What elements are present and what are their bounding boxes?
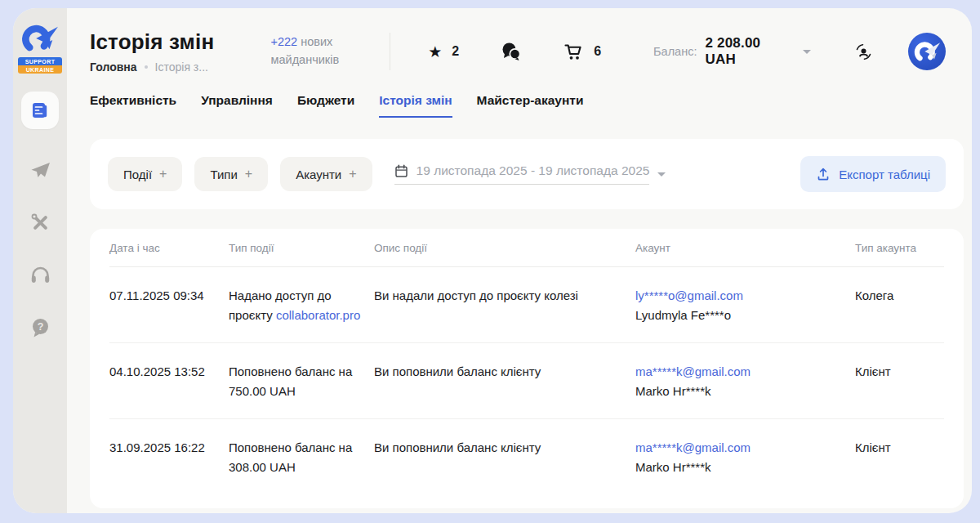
event-project-link[interactable]: collaborator.pro	[276, 308, 360, 322]
breadcrumb-separator	[145, 65, 148, 69]
plus-icon: +	[245, 167, 252, 181]
account-email-link[interactable]: ly*****o@gmail.com	[635, 288, 743, 302]
filter-chip-events-label: Події	[123, 168, 152, 181]
account-name: Lyudmyla Fe****o	[635, 306, 844, 325]
tab-management[interactable]: Управління	[201, 93, 273, 118]
col-header-event-type: Тип події	[229, 242, 374, 254]
tab-efficiency[interactable]: Ефективність	[90, 93, 176, 118]
telegram-icon	[29, 159, 51, 181]
cell-event-type: Поповнено баланс на 308.00 UAH	[229, 438, 374, 477]
main-area: Історія змін Головна Історія з... +222 н…	[67, 8, 972, 513]
filter-chip-events[interactable]: Події +	[108, 157, 182, 191]
avatar[interactable]	[908, 33, 946, 70]
favorites-stat[interactable]: ★ 2	[428, 44, 459, 60]
messages-stat[interactable]	[501, 42, 521, 61]
new-platforms-note[interactable]: +222 нових майданчиків	[271, 34, 368, 69]
cell-event-type: Поповнено баланс на 750.00 UAH	[229, 362, 374, 401]
account-email-link[interactable]: ma*****k@gmail.com	[635, 364, 751, 378]
table-row: 04.10.2025 13:52 Поповнено баланс на 750…	[109, 343, 944, 419]
tab-master-accounts[interactable]: Майстер-акаунти	[477, 93, 584, 118]
collaborator-logo-icon[interactable]	[20, 21, 60, 56]
account-name: Marko Hr****k	[635, 458, 844, 477]
plus-icon: +	[349, 167, 356, 181]
breadcrumb: Головна Історія з...	[90, 60, 250, 74]
breadcrumb-current: Історія з...	[155, 60, 208, 74]
question-icon: ?	[29, 316, 51, 338]
person-orbit-icon	[853, 42, 874, 62]
app-window: SUPPORT UKRAINE	[13, 8, 972, 513]
tab-budgets[interactable]: Бюджети	[297, 93, 354, 118]
filter-chip-types[interactable]: Типи +	[194, 157, 268, 191]
account-activity-button[interactable]	[853, 42, 874, 62]
support-badge-top: SUPPORT	[18, 57, 62, 65]
filter-chip-accounts[interactable]: Акаунти +	[280, 157, 372, 191]
breadcrumb-home[interactable]: Головна	[90, 60, 137, 74]
balance-value: 2 208.00 UAH	[705, 35, 795, 68]
cell-description: Ви поповнили баланс клієнту	[374, 362, 635, 401]
title-block: Історія змін Головна Історія з...	[90, 29, 250, 74]
support-badge-bottom: UKRAINE	[18, 65, 62, 74]
cell-account-type: Клієнт	[855, 438, 944, 477]
table-row: 07.11.2025 09:34 Надано доступ до проєкт…	[109, 267, 944, 343]
cell-account: ma*****k@gmail.com Marko Hr****k	[635, 362, 855, 401]
chat-icon	[501, 42, 521, 61]
balance-label: Баланс:	[653, 45, 697, 58]
cell-event-type: Надано доступ до проєкту collaborator.pr…	[229, 286, 374, 325]
filter-chip-types-label: Типи	[210, 168, 237, 181]
star-icon: ★	[428, 44, 442, 60]
filter-bar: Події + Типи + Акаунти +	[90, 139, 964, 209]
export-button-label: Експорт таблиці	[839, 168, 930, 181]
account-email-link[interactable]: ma*****k@gmail.com	[635, 440, 751, 454]
plus-icon: +	[159, 167, 167, 181]
export-table-button[interactable]: Експорт таблиці	[800, 156, 946, 192]
date-range-picker[interactable]: 19 листопада 2025 - 19 листопада 2025	[394, 163, 666, 185]
sidebar-item-telegram[interactable]	[29, 159, 51, 181]
cell-description: Ви поповнили баланс клієнту	[374, 438, 635, 477]
cart-count: 6	[594, 44, 601, 59]
chevron-down-icon	[803, 50, 811, 54]
cell-datetime: 04.10.2025 13:52	[109, 362, 229, 401]
cell-account-type: Колега	[855, 286, 944, 325]
cell-datetime: 07.11.2025 09:34	[109, 286, 229, 325]
account-name: Marko Hr****k	[635, 382, 844, 401]
col-header-datetime: Дата і час	[109, 242, 229, 254]
sidebar: SUPPORT UKRAINE	[13, 8, 67, 513]
page-title: Історія змін	[90, 29, 250, 55]
sidebar-item-tools[interactable]	[29, 211, 51, 234]
favorites-count: 2	[452, 44, 459, 59]
date-range-inner: 19 листопада 2025 - 19 листопада 2025	[394, 163, 650, 185]
cell-account-type: Клієнт	[855, 362, 944, 401]
table-header-row: Дата і час Тип події Опис події Акаунт Т…	[109, 229, 944, 267]
tools-icon	[29, 212, 51, 234]
cell-account: ly*****o@gmail.com Lyudmyla Fe****o	[635, 286, 855, 325]
header-stats: ★ 2 6	[428, 42, 601, 61]
date-range-value: 19 листопада 2025 - 19 листопада 2025	[416, 163, 650, 178]
svg-text:?: ?	[37, 320, 43, 332]
header: Історія змін Головна Історія з... +222 н…	[67, 8, 972, 74]
table-row: 31.09.2025 16:22 Поповнено баланс на 308…	[109, 419, 944, 494]
cell-datetime: 31.09.2025 16:22	[109, 438, 229, 477]
support-ukraine-badge: SUPPORT UKRAINE	[18, 57, 62, 74]
chevron-down-icon	[657, 172, 666, 177]
cart-stat[interactable]: 6	[564, 42, 601, 61]
calendar-icon	[394, 164, 408, 178]
headphones-icon	[29, 264, 51, 286]
avatar-logo-icon	[912, 38, 942, 65]
history-table: Дата і час Тип події Опис події Акаунт Т…	[90, 229, 964, 508]
filter-chip-accounts-label: Акаунти	[296, 168, 341, 181]
col-header-account-type: Тип акаунта	[855, 242, 944, 254]
col-header-description: Опис події	[374, 242, 635, 254]
cart-icon	[564, 42, 584, 61]
tab-bar: Ефективність Управління Бюджети Історія …	[67, 74, 972, 118]
sidebar-item-projects[interactable]	[21, 92, 59, 129]
tab-change-history[interactable]: Історія змін	[379, 93, 452, 118]
new-platforms-count: +222	[271, 35, 298, 48]
header-divider	[390, 33, 390, 70]
cell-description: Ви надали доступ до проєкту колезі	[374, 286, 635, 325]
sidebar-item-help[interactable]: ?	[29, 315, 51, 338]
cell-account: ma*****k@gmail.com Marko Hr****k	[635, 438, 855, 477]
col-header-account: Акаунт	[635, 242, 855, 254]
sidebar-item-support[interactable]	[29, 263, 51, 286]
export-icon	[816, 167, 831, 181]
balance-dropdown[interactable]: Баланс: 2 208.00 UAH	[653, 35, 811, 68]
